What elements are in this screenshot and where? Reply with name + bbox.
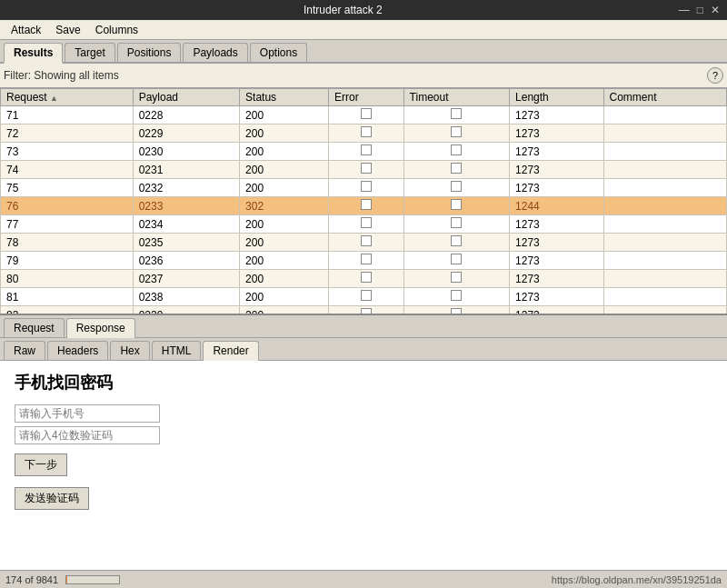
- col-timeout[interactable]: Timeout: [403, 89, 509, 106]
- cell-error[interactable]: [329, 106, 404, 125]
- tab-headers[interactable]: Headers: [47, 341, 108, 360]
- cell-timeout[interactable]: [403, 143, 509, 161]
- cell-status: 200: [240, 161, 329, 179]
- cell-comment: [603, 143, 726, 161]
- tab-results[interactable]: Results: [4, 43, 63, 64]
- verify-input[interactable]: [15, 426, 160, 444]
- tab-payloads[interactable]: Payloads: [183, 43, 247, 62]
- table-row[interactable]: 72 0229 200 1273: [1, 125, 727, 143]
- send-code-button[interactable]: 发送验证码: [15, 487, 89, 510]
- tab-request[interactable]: Request: [4, 318, 65, 337]
- col-error[interactable]: Error: [329, 89, 404, 106]
- cell-request: 73: [1, 143, 134, 161]
- tab-options[interactable]: Options: [250, 43, 307, 62]
- cell-comment: [603, 197, 726, 215]
- cell-error[interactable]: [329, 234, 404, 252]
- col-request[interactable]: Request ▲: [1, 89, 134, 106]
- menu-save[interactable]: Save: [48, 22, 87, 38]
- table-row[interactable]: 79 0236 200 1273: [1, 252, 727, 270]
- cell-payload: 0232: [133, 179, 239, 197]
- table-row[interactable]: 81 0238 200 1273: [1, 288, 727, 306]
- cell-length: 1244: [510, 197, 604, 215]
- render-tab-bar: Raw Headers Hex HTML Render: [0, 338, 727, 361]
- table-row[interactable]: 71 0228 200 1273: [1, 106, 727, 125]
- minimize-button[interactable]: —: [679, 4, 690, 16]
- filter-help-button[interactable]: ?: [707, 67, 723, 84]
- cell-request: 77: [1, 215, 134, 234]
- cell-timeout[interactable]: [403, 215, 509, 234]
- cell-request: 81: [1, 288, 134, 306]
- col-status[interactable]: Status: [240, 89, 329, 106]
- cell-error[interactable]: [329, 215, 404, 234]
- cell-status: 200: [240, 179, 329, 197]
- tab-html[interactable]: HTML: [152, 341, 202, 360]
- table-row[interactable]: 76 0233 302 1244: [1, 197, 727, 215]
- table-row[interactable]: 82 0239 200 1273: [1, 306, 727, 314]
- cell-error[interactable]: [329, 270, 404, 288]
- cell-error[interactable]: [329, 161, 404, 179]
- status-url: https://blog.oldpan.me/xn/39519251da: [552, 574, 722, 585]
- main-container: Results Target Positions Payloads Option…: [0, 40, 727, 588]
- cell-payload: 0237: [133, 270, 239, 288]
- table-container[interactable]: Request ▲ Payload Status Error Timeout L…: [0, 88, 727, 314]
- cell-timeout[interactable]: [403, 106, 509, 125]
- cell-timeout[interactable]: [403, 125, 509, 143]
- cell-request: 74: [1, 161, 134, 179]
- render-content: 手机找回密码 下一步 发送验证码: [0, 361, 727, 570]
- statusbar: 174 of 9841 https://blog.oldpan.me/xn/39…: [0, 570, 727, 588]
- cell-timeout[interactable]: [403, 161, 509, 179]
- col-comment[interactable]: Comment: [603, 89, 726, 106]
- cell-status: 200: [240, 270, 329, 288]
- col-length[interactable]: Length: [510, 89, 604, 106]
- close-button[interactable]: ✕: [711, 4, 720, 16]
- cell-payload: 0228: [133, 106, 239, 125]
- cell-timeout[interactable]: [403, 288, 509, 306]
- cell-payload: 0233: [133, 197, 239, 215]
- menu-attack[interactable]: Attack: [4, 22, 48, 38]
- cell-comment: [603, 215, 726, 234]
- tab-positions[interactable]: Positions: [117, 43, 182, 62]
- cell-timeout[interactable]: [403, 197, 509, 215]
- next-step-button[interactable]: 下一步: [15, 453, 67, 476]
- result-count: 174 of 9841: [5, 574, 58, 585]
- cell-error[interactable]: [329, 288, 404, 306]
- cell-length: 1273: [510, 161, 604, 179]
- cell-error[interactable]: [329, 143, 404, 161]
- cell-status: 200: [240, 106, 329, 125]
- menu-columns[interactable]: Columns: [88, 22, 145, 38]
- cell-error[interactable]: [329, 306, 404, 314]
- cell-payload: 0234: [133, 215, 239, 234]
- cell-error[interactable]: [329, 197, 404, 215]
- table-row[interactable]: 75 0232 200 1273: [1, 179, 727, 197]
- tab-raw[interactable]: Raw: [4, 341, 45, 360]
- cell-error[interactable]: [329, 125, 404, 143]
- cell-error[interactable]: [329, 252, 404, 270]
- table-row[interactable]: 80 0237 200 1273: [1, 270, 727, 288]
- page-title: 手机找回密码: [15, 372, 712, 394]
- tab-hex[interactable]: Hex: [110, 341, 149, 360]
- table-row[interactable]: 78 0235 200 1273: [1, 234, 727, 252]
- cell-timeout[interactable]: [403, 252, 509, 270]
- cell-timeout[interactable]: [403, 179, 509, 197]
- cell-status: 200: [240, 215, 329, 234]
- cell-request: 80: [1, 270, 134, 288]
- table-row[interactable]: 73 0230 200 1273: [1, 143, 727, 161]
- window-title: Intruder attack 2: [7, 4, 679, 16]
- phone-input[interactable]: [15, 404, 160, 423]
- tab-render[interactable]: Render: [203, 341, 258, 362]
- cell-timeout[interactable]: [403, 306, 509, 314]
- maximize-button[interactable]: □: [697, 4, 703, 16]
- tab-response[interactable]: Response: [66, 318, 135, 339]
- col-payload[interactable]: Payload: [133, 89, 239, 106]
- cell-timeout[interactable]: [403, 234, 509, 252]
- cell-request: 75: [1, 179, 134, 197]
- cell-error[interactable]: [329, 179, 404, 197]
- table-row[interactable]: 74 0231 200 1273: [1, 161, 727, 179]
- cell-request: 79: [1, 252, 134, 270]
- cell-payload: 0231: [133, 161, 239, 179]
- cell-request: 76: [1, 197, 134, 215]
- cell-timeout[interactable]: [403, 270, 509, 288]
- table-row[interactable]: 77 0234 200 1273: [1, 215, 727, 234]
- menubar: Attack Save Columns: [0, 20, 727, 40]
- tab-target[interactable]: Target: [65, 43, 115, 62]
